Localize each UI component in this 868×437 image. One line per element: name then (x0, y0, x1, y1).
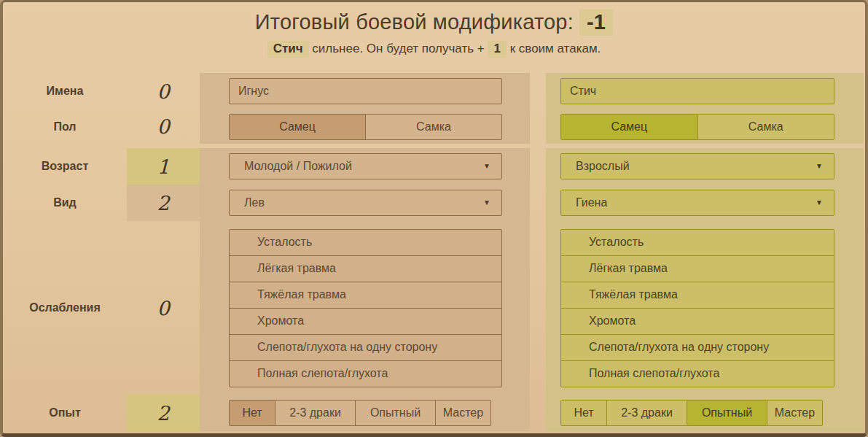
right-age-select[interactable]: Взрослый ▼ (560, 153, 834, 179)
right-gender-male-button[interactable]: Самец (561, 115, 697, 139)
left-weakness-heavy-injury[interactable]: Тяжёлая травма (229, 282, 502, 309)
chevron-down-icon: ▼ (483, 163, 490, 170)
left-weakness-fatigue[interactable]: Усталость (229, 229, 502, 256)
category-label-experience: Опыт (3, 406, 127, 419)
right-experience-none-button[interactable]: Нет (561, 401, 606, 425)
right-weakness-light-injury[interactable]: Лёгкая травма (560, 255, 834, 282)
right-experience-group: Нет 2-3 драки Опытный Мастер (560, 400, 823, 426)
row-gender: Пол 0 Самец Самка Самец Самка (3, 109, 865, 144)
category-label-age: Возраст (3, 160, 127, 173)
category-label-gender: Пол (3, 120, 127, 134)
right-gender-female-button[interactable]: Самка (697, 115, 834, 139)
left-panel-cell: Самец Самка (200, 109, 530, 144)
category-score-names: 0 (127, 73, 200, 109)
category-label-weaknesses: Ослабления (3, 301, 127, 314)
category-score-experience: 2 (127, 395, 200, 431)
chevron-down-icon: ▼ (816, 199, 823, 206)
left-experience-few-fights-button[interactable]: 2-3 драки (275, 401, 355, 425)
left-experience-group: Нет 2-3 драки Опытный Мастер (229, 400, 491, 426)
left-age-select[interactable]: Молодой / Пожилой ▼ (229, 153, 502, 179)
left-experience-master-button[interactable]: Мастер (435, 401, 490, 425)
right-weakness-list: Усталость Лёгкая травма Тяжёлая травма Х… (560, 229, 834, 387)
result-summary: Стич сильнее. Он будет получать + 1 к св… (3, 41, 865, 58)
right-panel-cell: Самец Самка (546, 109, 864, 144)
header: Итоговый боевой модификатор:-1 Стич силь… (3, 2, 865, 73)
summary-text-mid: сильнее. Он будет получать + (309, 42, 488, 55)
column-gap (530, 221, 546, 395)
total-modifier-badge: -1 (579, 9, 613, 36)
category-label-names: Имена (3, 85, 127, 98)
left-panel-cell: Молодой / Пожилой ▼ (200, 148, 530, 185)
column-gap (530, 395, 546, 431)
category-score-species: 2 (127, 185, 200, 221)
right-weakness-full-blindness[interactable]: Полная слепота/глухота (560, 360, 834, 387)
right-weakness-heavy-injury[interactable]: Тяжёлая травма (560, 282, 834, 309)
left-panel-cell: Усталость Лёгкая травма Тяжёлая травма Х… (200, 221, 530, 395)
row-experience: Опыт 2 Нет 2-3 драки Опытный Мастер Нет … (3, 395, 865, 431)
title-text: Итоговый боевой модификатор: (255, 10, 574, 34)
left-gender-toggle: Самец Самка (229, 114, 502, 140)
category-score-gender: 0 (127, 109, 200, 144)
page-title: Итоговый боевой модификатор:-1 (3, 2, 865, 36)
left-species-value: Лев (244, 196, 265, 209)
right-gender-toggle: Самец Самка (560, 114, 834, 140)
winner-name-badge: Стич (267, 41, 309, 58)
left-age-value: Молодой / Пожилой (244, 160, 352, 173)
bonus-value-badge: 1 (488, 41, 506, 58)
left-gender-female-button[interactable]: Самка (365, 115, 501, 139)
column-gap (530, 109, 546, 144)
right-experience-few-fights-button[interactable]: 2-3 драки (606, 401, 687, 425)
left-weakness-list: Усталость Лёгкая травма Тяжёлая травма Х… (229, 229, 502, 387)
right-weakness-lameness[interactable]: Хромота (560, 308, 834, 335)
chevron-down-icon: ▼ (483, 199, 490, 206)
right-weakness-one-side-blindness[interactable]: Слепота/глухота на одну сторону (560, 334, 834, 361)
right-panel-cell (546, 73, 864, 109)
left-weakness-light-injury[interactable]: Лёгкая травма (229, 255, 502, 282)
column-gap (530, 148, 546, 185)
combat-modifier-calculator: Итоговый боевой модификатор:-1 Стич силь… (0, 0, 868, 437)
left-experience-experienced-button[interactable]: Опытный (355, 401, 435, 425)
column-gap (530, 185, 546, 221)
right-species-select[interactable]: Гиена ▼ (560, 190, 834, 216)
left-weakness-one-side-blindness[interactable]: Слепота/глухота на одну сторону (229, 334, 502, 361)
right-name-input[interactable] (560, 78, 834, 104)
right-weakness-fatigue[interactable]: Усталость (560, 229, 834, 256)
category-label-species: Вид (3, 196, 127, 209)
column-gap (530, 73, 546, 109)
category-score-weaknesses: 0 (127, 221, 200, 395)
left-gender-male-button[interactable]: Самец (230, 115, 365, 139)
left-panel-cell: Нет 2-3 драки Опытный Мастер (200, 395, 530, 431)
left-name-input[interactable] (229, 78, 502, 104)
right-panel-cell: Нет 2-3 драки Опытный Мастер (546, 395, 864, 431)
right-age-value: Взрослый (576, 160, 630, 173)
category-score-age: 1 (127, 148, 200, 185)
row-names: Имена 0 (3, 73, 865, 109)
left-species-select[interactable]: Лев ▼ (229, 190, 502, 216)
left-experience-none-button[interactable]: Нет (230, 401, 275, 425)
right-species-value: Гиена (576, 196, 607, 209)
left-panel-cell (200, 73, 530, 109)
row-species: Вид 2 Лев ▼ Гиена ▼ (3, 185, 865, 221)
left-weakness-full-blindness[interactable]: Полная слепота/глухота (229, 360, 502, 387)
left-weakness-lameness[interactable]: Хромота (229, 308, 502, 335)
summary-text-tail: к своим атакам. (507, 42, 601, 55)
row-weaknesses: Ослабления 0 Усталость Лёгкая травма Тяж… (3, 221, 865, 395)
right-panel-cell: Взрослый ▼ (546, 148, 864, 185)
chevron-down-icon: ▼ (816, 163, 823, 170)
row-age: Возраст 1 Молодой / Пожилой ▼ Взрослый ▼ (3, 148, 865, 185)
right-panel-cell: Гиена ▼ (546, 185, 864, 221)
right-panel-cell: Усталость Лёгкая травма Тяжёлая травма Х… (546, 221, 864, 395)
left-panel-cell: Лев ▼ (200, 185, 530, 221)
right-experience-master-button[interactable]: Мастер (767, 401, 822, 425)
right-experience-experienced-button[interactable]: Опытный (687, 401, 767, 425)
